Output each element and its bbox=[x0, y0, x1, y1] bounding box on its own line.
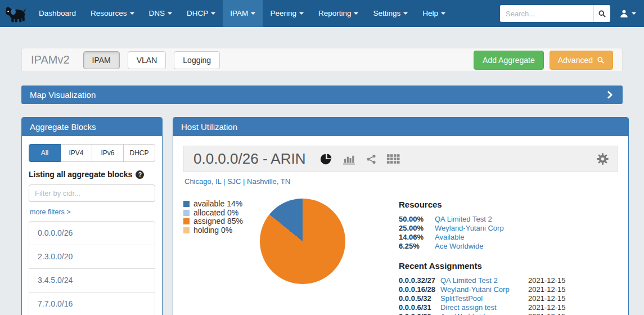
aggregate-blocks-panel: Aggregate Blocks All IPV4 IPv6 DHCP List… bbox=[21, 117, 163, 315]
assignment-link[interactable]: Ace Worldwide bbox=[440, 312, 523, 315]
nav-dns[interactable]: DNS bbox=[142, 0, 180, 27]
chevron-right-icon bbox=[606, 91, 614, 99]
host-utilization-header: Host Utilization bbox=[173, 118, 628, 136]
legend-item: assigned 85% bbox=[183, 217, 260, 226]
assignment-link[interactable]: QA Limited Test 2 bbox=[440, 276, 523, 285]
toolbar-actions: Add Aggregate Advanced bbox=[474, 51, 613, 70]
assignment-row: 0.0.0.16/28Weyland-Yutani Corp2021-12-15 bbox=[399, 285, 618, 294]
pie-chart-icon[interactable] bbox=[320, 153, 332, 165]
resource-link[interactable]: Available bbox=[435, 233, 618, 242]
map-visualization-bar[interactable]: Map Visualization bbox=[21, 86, 623, 104]
resource-link[interactable]: Ace Worldwide bbox=[435, 242, 618, 251]
search-icon bbox=[598, 10, 606, 18]
legend-swatch bbox=[183, 210, 190, 216]
panda-logo-icon bbox=[3, 3, 29, 24]
caret-down-icon bbox=[632, 12, 636, 15]
resource-row: 50.00%QA Limited Test 2 bbox=[399, 215, 618, 224]
pie-legend: available 14% allocated 0% assigned 85% … bbox=[183, 200, 260, 315]
legend-swatch bbox=[183, 201, 190, 207]
host-utilization-panel: Host Utilization 0.0.0.0/26 - ARIN bbox=[173, 117, 629, 315]
assignment-row: 0.0.0.32/27QA Limited Test 22021-12-15 bbox=[399, 276, 618, 285]
assignment-link[interactable]: Direct assign test bbox=[440, 303, 523, 312]
utilization-pie bbox=[260, 199, 345, 284]
list-item[interactable]: 0.0.0.0/26 bbox=[29, 222, 155, 245]
utilization-chart-area: available 14% allocated 0% assigned 85% … bbox=[183, 199, 618, 315]
filter-ipv6[interactable]: IPv6 bbox=[92, 144, 124, 162]
page-title: IPAMv2 bbox=[31, 53, 70, 66]
search-button[interactable] bbox=[593, 5, 610, 22]
caret-down-icon bbox=[441, 12, 445, 15]
caret-down-icon bbox=[354, 12, 358, 15]
aggregate-block-list: 0.0.0.0/26 2.3.0.0/20 3.4.5.0/24 7.7.0.0… bbox=[29, 221, 155, 315]
user-icon bbox=[619, 9, 629, 19]
user-menu[interactable] bbox=[619, 9, 636, 19]
resource-link[interactable]: QA Limited Test 2 bbox=[435, 215, 618, 224]
resource-row: 6.25%Ace Worldwide bbox=[399, 242, 618, 251]
caret-down-icon bbox=[403, 12, 408, 15]
resource-row: 14.06%Available bbox=[399, 233, 618, 242]
legend-item: available 14% bbox=[183, 200, 260, 209]
add-aggregate-button[interactable]: Add Aggregate bbox=[474, 51, 544, 70]
recent-assignments-heading: Recent Assignments bbox=[399, 261, 618, 271]
nav-resources[interactable]: Resources bbox=[83, 0, 142, 27]
resource-link[interactable]: Weyland-Yutani Corp bbox=[435, 224, 618, 233]
nav-reporting[interactable]: Reporting bbox=[311, 0, 366, 27]
tab-vlan[interactable]: VLAN bbox=[128, 51, 166, 69]
block-type-filter-group: All IPV4 IPv6 DHCP bbox=[29, 144, 155, 162]
navbar-right bbox=[500, 5, 644, 22]
panels-row: Aggregate Blocks All IPV4 IPv6 DHCP List… bbox=[21, 117, 623, 315]
assignment-row: 0.0.0.5/32SplitTestPool2021-12-15 bbox=[399, 294, 618, 303]
caret-down-icon bbox=[251, 12, 255, 15]
utilization-stats: Resources 50.00%QA Limited Test 2 25.00%… bbox=[399, 199, 618, 315]
aggregate-blocks-header: Aggregate Blocks bbox=[22, 118, 162, 136]
global-search bbox=[500, 5, 610, 22]
list-item[interactable]: 2.3.0.0/20 bbox=[29, 245, 155, 269]
legend-item: allocated 0% bbox=[183, 209, 260, 218]
caret-down-icon bbox=[130, 12, 134, 15]
gear-icon[interactable] bbox=[596, 152, 609, 165]
caret-down-icon bbox=[168, 12, 172, 15]
advanced-search-button[interactable]: Advanced bbox=[550, 51, 613, 70]
tab-logging[interactable]: Logging bbox=[174, 51, 220, 69]
tab-ipam[interactable]: IPAM bbox=[83, 51, 120, 69]
top-navbar: Dashboard Resources DNS DHCP IPAM Peerin… bbox=[0, 0, 644, 27]
nav-ipam[interactable]: IPAM bbox=[223, 0, 263, 27]
filter-ipv4[interactable]: IPV4 bbox=[60, 144, 92, 162]
resources-heading: Resources bbox=[399, 200, 618, 209]
block-title: 0.0.0.0/26 - ARIN bbox=[193, 150, 305, 168]
filter-dhcp[interactable]: DHCP bbox=[123, 144, 155, 162]
nav-help[interactable]: Help bbox=[415, 0, 453, 27]
listing-label: Listing all aggregate blocks ? bbox=[29, 170, 155, 179]
legend-swatch bbox=[183, 218, 190, 224]
nav-dhcp[interactable]: DHCP bbox=[179, 0, 223, 27]
list-item[interactable]: 7.7.0.0/16 bbox=[29, 292, 155, 315]
help-icon[interactable]: ? bbox=[136, 170, 144, 179]
caret-down-icon bbox=[211, 12, 215, 15]
search-input[interactable] bbox=[500, 5, 593, 22]
filter-all[interactable]: All bbox=[29, 144, 61, 162]
page-toolbar: IPAMv2 IPAM VLAN Logging Add Aggregate A… bbox=[21, 48, 623, 72]
search-icon bbox=[597, 56, 605, 64]
panda-logo[interactable] bbox=[0, 0, 31, 27]
map-visualization-title: Map Visualization bbox=[30, 90, 96, 100]
nav-dashboard[interactable]: Dashboard bbox=[31, 0, 83, 27]
list-item[interactable]: 3.4.5.0/24 bbox=[29, 269, 155, 292]
caret-down-icon bbox=[299, 12, 304, 15]
resource-row: 25.00%Weyland-Yutani Corp bbox=[399, 224, 618, 233]
nav-settings[interactable]: Settings bbox=[366, 0, 415, 27]
nav-peering[interactable]: Peering bbox=[263, 0, 311, 27]
legend-item: holding 0% bbox=[183, 226, 260, 235]
block-title-bar: 0.0.0.0/26 - ARIN bbox=[183, 146, 618, 172]
legend-swatch bbox=[183, 227, 190, 233]
assignment-link[interactable]: SplitTestPool bbox=[440, 294, 523, 303]
cidr-filter-input[interactable] bbox=[29, 184, 155, 202]
more-filters-link[interactable]: more filters > bbox=[30, 208, 71, 216]
assignment-row: 0.0.0.0/30Ace Worldwide2021-12-15 bbox=[399, 312, 618, 315]
bar-chart-icon[interactable] bbox=[342, 153, 356, 165]
share-icon[interactable] bbox=[366, 154, 377, 165]
grid-view-icon[interactable] bbox=[386, 154, 400, 164]
assignment-link[interactable]: Weyland-Yutani Corp bbox=[440, 285, 523, 294]
page-content: IPAMv2 IPAM VLAN Logging Add Aggregate A… bbox=[0, 48, 644, 315]
assignment-row: 0.0.0.6/31Direct assign test2021-12-15 bbox=[399, 303, 618, 312]
location-links[interactable]: Chicago, IL | SJC | Nashville, TN bbox=[184, 177, 618, 186]
